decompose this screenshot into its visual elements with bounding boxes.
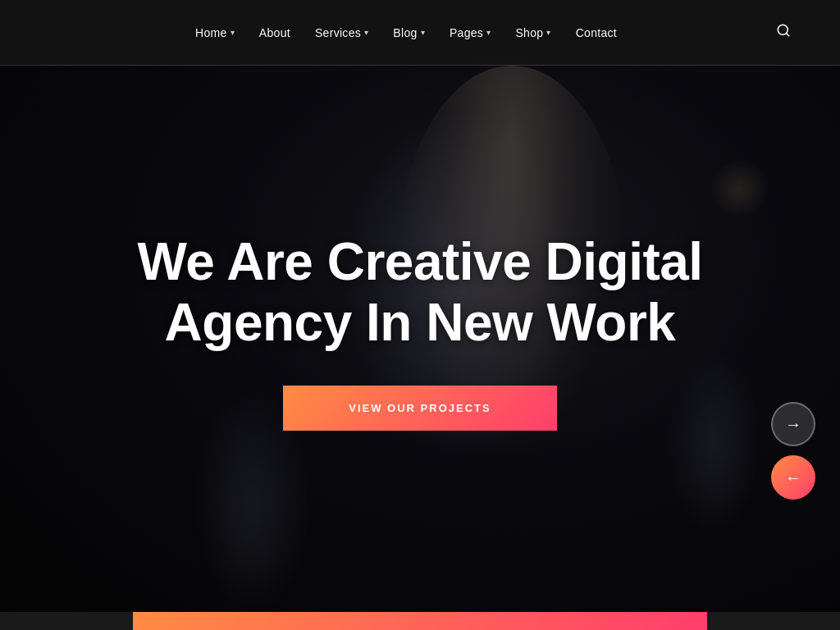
nav-link-home[interactable]: Home ▾ [185,20,244,46]
bottom-strip [0,612,840,630]
view-projects-button[interactable]: VIEW OUR PROJECTS [283,386,556,431]
next-arrow-button[interactable]: → [771,402,815,446]
nav-item-blog[interactable]: Blog ▾ [383,20,435,46]
nav-item-about[interactable]: About [249,20,300,46]
strip-dark-left [0,612,133,630]
nav-blog-label: Blog [393,26,417,39]
chevron-down-icon-3: ▾ [421,28,425,37]
hero-title: We Are Creative Digital Agency In New Wo… [137,232,702,353]
nav-services-label: Services [315,26,361,39]
chevron-down-icon: ▾ [231,28,235,37]
nav-item-pages[interactable]: Pages ▾ [440,20,501,46]
nav-item-services[interactable]: Services ▾ [305,20,378,46]
hero-section: Home ▾ About Services ▾ [0,0,840,630]
navbar: Home ▾ About Services ▾ [0,0,840,66]
strip-dark-right [707,612,840,630]
nav-pages-label: Pages [450,26,483,39]
nav-item-shop[interactable]: Shop ▾ [505,20,560,46]
nav-link-pages[interactable]: Pages ▾ [440,20,501,46]
nav-contact-label: Contact [576,26,617,39]
hero-title-line2: Agency In New Work [165,293,676,352]
prev-arrow-icon: ← [785,468,801,487]
nav-link-blog[interactable]: Blog ▾ [383,20,435,46]
nav-link-about[interactable]: About [249,20,300,46]
strip-pink-center [133,612,707,630]
nav-about-label: About [259,26,290,39]
hero-title-line1: We Are Creative Digital [137,232,702,291]
nav-home-label: Home [195,26,227,39]
nav-inner: Home ▾ About Services ▾ [26,16,814,48]
nav-menu: Home ▾ About Services ▾ [43,20,769,46]
nav-shop-label: Shop [515,26,543,39]
chevron-down-icon-5: ▾ [546,28,550,37]
nav-link-shop[interactable]: Shop ▾ [505,20,560,46]
nav-item-contact[interactable]: Contact [566,20,627,46]
prev-arrow-button[interactable]: ← [771,455,815,500]
svg-line-1 [786,33,788,35]
nav-link-services[interactable]: Services ▾ [305,20,378,46]
chevron-down-icon-4: ▾ [486,28,491,37]
chevron-down-icon-2: ▾ [364,28,368,37]
search-button[interactable] [769,16,797,48]
nav-link-contact[interactable]: Contact [566,20,627,46]
nav-item-home[interactable]: Home ▾ [185,20,244,46]
hero-content: We Are Creative Digital Agency In New Wo… [88,232,751,431]
next-arrow-icon: → [785,415,801,434]
